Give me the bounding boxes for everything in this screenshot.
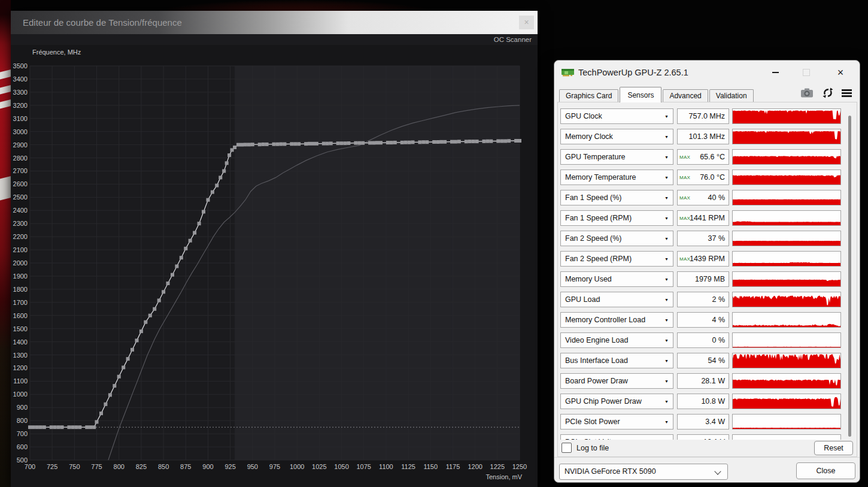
vf-curve-point[interactable] — [475, 140, 479, 143]
vf-curve-point[interactable] — [144, 320, 147, 324]
reset-button[interactable]: Reset — [814, 441, 853, 455]
vf-curve-point[interactable] — [290, 142, 293, 146]
vf-curve-point[interactable] — [486, 140, 490, 143]
vf-curve-point[interactable] — [386, 141, 390, 144]
vf-curve-point[interactable] — [354, 141, 357, 145]
vf-curve-point[interactable] — [361, 141, 365, 145]
vf-curve-point[interactable] — [468, 140, 472, 143]
vf-curve-point[interactable] — [247, 143, 251, 146]
vf-curve-point[interactable] — [89, 425, 92, 429]
vf-curve-point[interactable] — [122, 365, 125, 369]
vf-curve-point[interactable] — [95, 420, 99, 424]
vf-curve-point[interactable] — [53, 425, 57, 429]
vf-curve-point[interactable] — [39, 425, 43, 429]
vf-curve-point[interactable] — [189, 239, 192, 243]
vf-curve-point[interactable] — [113, 384, 116, 388]
vf-curve-point[interactable] — [304, 142, 308, 146]
vf-curve-point[interactable] — [507, 139, 511, 143]
vf-curve-point[interactable] — [60, 425, 64, 429]
tab-advanced[interactable]: Advanced — [663, 89, 708, 102]
vf-curve-point[interactable] — [283, 143, 286, 146]
vf-curve-point[interactable] — [443, 140, 447, 144]
vf-curve-point[interactable] — [347, 141, 350, 145]
tab-sensors[interactable]: Sensors — [620, 87, 661, 102]
sensor-select[interactable]: Fan 1 Speed (RPM) ▼ — [560, 210, 673, 226]
vf-curve-point[interactable] — [74, 425, 78, 429]
vf-curve-point[interactable] — [272, 143, 276, 146]
vf-curve-point[interactable] — [180, 256, 183, 259]
vf-curve-point[interactable] — [375, 141, 379, 144]
gpu-select-dropdown[interactable]: NVIDIA GeForce RTX 5090 — [559, 464, 728, 480]
vf-curve-point[interactable] — [233, 146, 236, 149]
vf-curve-point[interactable] — [157, 299, 161, 303]
vf-curve-point[interactable] — [211, 190, 214, 194]
vf-curve-point[interactable] — [92, 425, 96, 429]
sensor-select[interactable]: PCIe Slot Voltage ▼ — [560, 434, 673, 440]
sensor-select[interactable]: Video Engine Load ▼ — [560, 332, 673, 348]
vf-curve-point[interactable] — [171, 273, 174, 277]
vf-curve-point[interactable] — [139, 329, 143, 333]
vf-curve-point[interactable] — [393, 141, 397, 144]
vf-curve-point[interactable] — [108, 393, 112, 397]
vf-curve-point[interactable] — [372, 141, 375, 145]
vf-curve-point[interactable] — [454, 140, 457, 144]
vf-curve-point[interactable] — [329, 141, 333, 145]
vf-curve-point[interactable] — [126, 357, 130, 361]
screenshot-camera-icon[interactable] — [801, 88, 813, 98]
vf-curve-point[interactable] — [198, 222, 201, 225]
sensor-select[interactable]: Fan 2 Speed (RPM) ▼ — [560, 251, 673, 267]
vf-curve-point[interactable] — [117, 375, 121, 379]
sensor-select[interactable]: Fan 2 Speed (%) ▼ — [560, 231, 673, 246]
vf-curve-point[interactable] — [78, 425, 81, 429]
vf-curve-point[interactable] — [439, 140, 443, 144]
refresh-icon[interactable] — [823, 87, 833, 98]
vf-curve-point[interactable] — [500, 140, 503, 143]
vf-curve-point[interactable] — [326, 142, 329, 146]
vf-curve-point[interactable] — [411, 140, 415, 144]
vf-curve-point[interactable] — [218, 176, 222, 179]
vf-curve-point[interactable] — [193, 231, 196, 235]
minimize-button[interactable] — [761, 61, 789, 84]
maximize-button[interactable] — [793, 61, 820, 84]
vf-curve-point[interactable] — [28, 425, 32, 429]
vf-curve-point[interactable] — [184, 247, 187, 250]
vf-curve-point[interactable] — [85, 425, 89, 429]
sensor-select[interactable]: GPU Clock ▼ — [560, 108, 673, 124]
vf-curve-point[interactable] — [99, 412, 103, 415]
sensor-select[interactable]: PCIe Slot Power ▼ — [560, 414, 673, 429]
vf-curve-point[interactable] — [432, 140, 436, 144]
vf-curve-point[interactable] — [265, 143, 269, 146]
vf-curve-point[interactable] — [518, 139, 521, 143]
vf-curve-point[interactable] — [135, 338, 139, 342]
vf-curve-chart[interactable]: 3500340033003200310030002900280027002600… — [11, 45, 538, 487]
vf-curve-point[interactable] — [340, 141, 344, 145]
vf-curve-point[interactable] — [35, 425, 39, 429]
vf-curve-point[interactable] — [258, 143, 262, 146]
vf-curve-point[interactable] — [425, 140, 429, 144]
vf-curve-point[interactable] — [368, 141, 372, 145]
vf-curve-point[interactable] — [43, 425, 46, 429]
vf-curve-point[interactable] — [496, 140, 500, 143]
tab-graphics-card[interactable]: Graphics Card — [559, 89, 618, 102]
vf-curve-point[interactable] — [148, 314, 152, 317]
vf-curve-point[interactable] — [514, 139, 518, 143]
vf-curve-point[interactable] — [175, 265, 178, 268]
vf-curve-point[interactable] — [32, 425, 35, 429]
vf-curve-point[interactable] — [202, 210, 205, 214]
vf-curve-point[interactable] — [279, 143, 283, 146]
sensor-select[interactable]: Fan 1 Speed (%) ▼ — [560, 190, 673, 205]
log-to-file-checkbox[interactable] — [562, 443, 572, 453]
vf-curve-point[interactable] — [390, 141, 393, 144]
sensor-select[interactable]: Bus Interface Load ▼ — [560, 353, 673, 368]
vf-curve-point[interactable] — [207, 198, 210, 202]
vf-curve-point[interactable] — [408, 141, 411, 144]
vf-curve-point[interactable] — [153, 307, 156, 311]
sensor-select[interactable]: GPU Chip Power Draw ▼ — [560, 394, 673, 409]
vf-curve-point[interactable] — [293, 142, 297, 146]
sensor-select[interactable]: GPU Load ▼ — [560, 292, 673, 307]
vf-curve-point[interactable] — [450, 140, 454, 144]
vf-curve-point[interactable] — [344, 141, 347, 145]
vf-curve-point[interactable] — [311, 142, 315, 146]
vf-curve-point[interactable] — [71, 425, 74, 429]
vf-curve-point[interactable] — [472, 140, 475, 143]
